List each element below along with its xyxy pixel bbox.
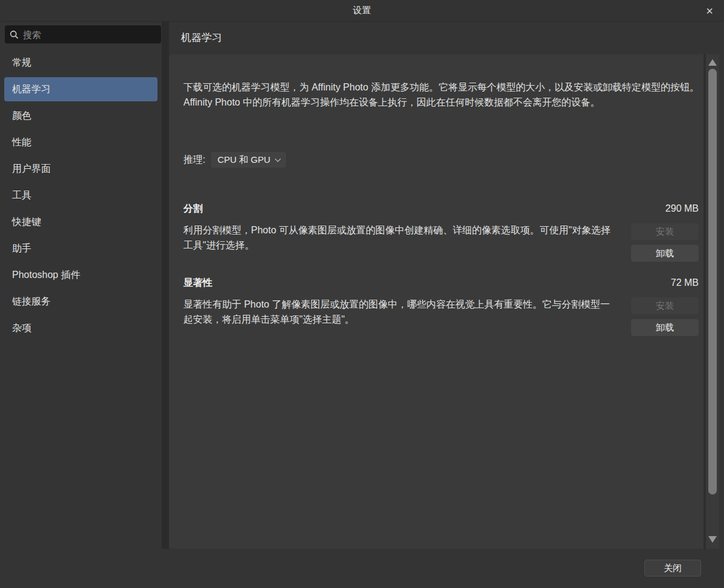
sidebar-item-tools[interactable]: 工具: [4, 183, 157, 207]
sidebar-list: 常规 机器学习 颜色 性能 用户界面 工具 快捷键 助手 Photoshop 插…: [4, 51, 157, 343]
sidebar-item-colors[interactable]: 颜色: [4, 104, 157, 128]
inference-row: 推理: CPU 和 GPU: [183, 152, 286, 168]
search-icon: [10, 30, 19, 39]
sidebar: 常规 机器学习 颜色 性能 用户界面 工具 快捷键 助手 Photoshop 插…: [0, 22, 162, 588]
sidebar-item-miscellaneous[interactable]: 杂项: [4, 316, 157, 340]
sidebar-item-linked-services[interactable]: 链接服务: [4, 289, 157, 314]
model-name: 分割: [183, 203, 203, 215]
close-icon[interactable]: ×: [700, 1, 719, 21]
close-button[interactable]: 关闭: [644, 560, 701, 577]
model-head: 分割 290 MB: [183, 203, 699, 216]
sidebar-item-performance[interactable]: 性能: [4, 130, 157, 154]
install-button[interactable]: 安装: [631, 297, 699, 314]
sidebar-item-assistant[interactable]: 助手: [4, 236, 157, 261]
scrollbar[interactable]: [706, 54, 719, 549]
scroll-up-arrow-icon[interactable]: [708, 59, 717, 66]
sidebar-item-general[interactable]: 常规: [4, 51, 157, 75]
sidebar-item-shortcuts[interactable]: 快捷键: [4, 210, 157, 234]
install-button[interactable]: 安装: [631, 223, 699, 240]
inference-dropdown-value: CPU 和 GPU: [217, 154, 270, 166]
intro-text: 下载可选的机器学习模型，为 Affinity Photo 添加更多功能。它将显示…: [183, 80, 701, 110]
search-box[interactable]: [5, 25, 161, 43]
titlebar: 设置 ×: [0, 0, 724, 22]
sidebar-item-photoshop-plugins[interactable]: Photoshop 插件: [4, 263, 157, 287]
model-description: 利用分割模型，Photo 可从像素图层或放置的图像中创建精确、详细的像素选取项。…: [183, 223, 618, 253]
uninstall-button[interactable]: 卸载: [631, 245, 699, 262]
model-section-segmentation: 分割 290 MB 利用分割模型，Photo 可从像素图层或放置的图像中创建精确…: [183, 203, 699, 253]
model-buttons: 安装 卸载: [631, 297, 699, 336]
chevron-down-icon: [275, 156, 281, 162]
uninstall-button[interactable]: 卸载: [631, 319, 699, 336]
sidebar-item-machine-learning[interactable]: 机器学习: [4, 77, 157, 101]
model-description: 显著性有助于 Photo 了解像素图层或放置的图像中，哪些内容在视觉上具有重要性…: [183, 297, 618, 327]
scroll-down-arrow-icon[interactable]: [708, 536, 717, 543]
model-head: 显著性 72 MB: [183, 277, 699, 290]
search-input[interactable]: [23, 30, 156, 40]
sidebar-item-user-interface[interactable]: 用户界面: [4, 157, 157, 181]
scrollbar-thumb[interactable]: [708, 69, 717, 495]
content-scroll-area: 下载可选的机器学习模型，为 Affinity Photo 添加更多功能。它将显示…: [169, 54, 703, 549]
page-title: 机器学习: [181, 31, 222, 45]
model-buttons: 安装 卸载: [631, 223, 699, 262]
model-size: 290 MB: [665, 203, 699, 214]
model-section-saliency: 显著性 72 MB 显著性有助于 Photo 了解像素图层或放置的图像中，哪些内…: [183, 277, 699, 327]
inference-label: 推理:: [183, 154, 205, 166]
window-title: 设置: [353, 5, 371, 16]
inference-dropdown[interactable]: CPU 和 GPU: [211, 152, 286, 168]
model-size: 72 MB: [671, 277, 699, 288]
model-name: 显著性: [183, 277, 212, 289]
sidebar-panel-divider: [162, 22, 169, 549]
